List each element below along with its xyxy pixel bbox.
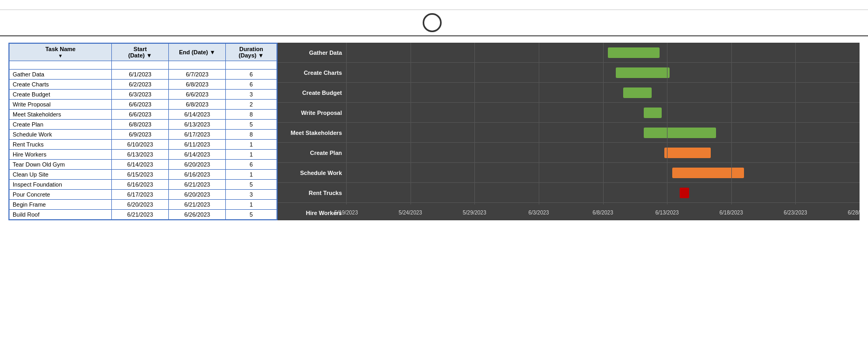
table-row: Meet Stakeholders 6/6/2023 6/14/2023 8 xyxy=(9,110,277,120)
duration-cell: 1 xyxy=(226,170,277,180)
gantt-row-label: Create Budget xyxy=(278,83,346,103)
date-tick-label: 5/29/2023 xyxy=(463,210,487,216)
table-section: Task Name▼ Start(Date) ▼ End (Date) ▼ Du… xyxy=(8,43,278,220)
gantt-row-label: Rent Trucks xyxy=(278,183,346,203)
gantt-bar xyxy=(608,47,659,58)
grid-line xyxy=(474,43,475,204)
end-cell: 6/11/2023 xyxy=(169,140,226,150)
end-cell: 6/8/2023 xyxy=(169,80,226,90)
task-name-cell: Create Charts xyxy=(9,80,112,90)
task-name-cell: Meet Stakeholders xyxy=(9,110,112,120)
table-row: Create Budget 6/3/2023 6/6/2023 3 xyxy=(9,90,277,100)
col-task[interactable]: Task Name▼ xyxy=(9,43,112,61)
end-cell: 6/21/2023 xyxy=(169,180,226,190)
gantt-labels: Gather DataCreate ChartsCreate BudgetWri… xyxy=(278,43,346,204)
duration-cell: 2 xyxy=(226,100,277,110)
gantt-bar xyxy=(680,188,689,198)
start-cell: 6/13/2023 xyxy=(112,150,169,160)
grid-line xyxy=(539,43,539,204)
end-cell: 6/8/2023 xyxy=(169,100,226,110)
end-cell: 6/14/2023 xyxy=(169,110,226,120)
duration-cell: 1 xyxy=(226,150,277,160)
end-cell: 6/14/2023 xyxy=(169,150,226,160)
col-end[interactable]: End (Date) ▼ xyxy=(169,43,226,61)
table-row: Write Proposal 6/6/2023 6/8/2023 2 xyxy=(9,100,277,110)
table-row: Schedule Work 6/9/2023 6/17/2023 8 xyxy=(9,130,277,140)
table-row: Inspect Foundation 6/16/2023 6/21/2023 5 xyxy=(9,180,277,190)
task-name-cell: Rent Trucks xyxy=(9,140,112,150)
end-cell: 6/13/2023 xyxy=(169,120,226,130)
col-start[interactable]: Start(Date) ▼ xyxy=(112,43,169,61)
task-name-cell: Hire Workers xyxy=(9,150,112,160)
end-cell: 6/26/2023 xyxy=(169,210,226,220)
duration-cell: 3 xyxy=(226,90,277,100)
table-row: Create Plan 6/8/2023 6/13/2023 5 xyxy=(9,120,277,130)
grid-line xyxy=(411,43,411,204)
grid-line xyxy=(603,43,604,204)
table-row: Rent Trucks 6/10/2023 6/11/2023 1 xyxy=(9,140,277,150)
gantt-bars-area xyxy=(346,43,860,204)
end-cell: 6/21/2023 xyxy=(169,200,226,210)
start-cell: 6/3/2023 xyxy=(112,90,169,100)
table-row: Tear Down Old Gym 6/14/2023 6/20/2023 6 xyxy=(9,160,277,170)
gantt-section: Gather DataCreate ChartsCreate BudgetWri… xyxy=(278,43,860,220)
date-tick-label: 6/8/2023 xyxy=(593,210,613,216)
task-name-cell: Begin Frame xyxy=(9,200,112,210)
start-cell: 6/2/2023 xyxy=(112,80,169,90)
task-name-cell: Inspect Foundation xyxy=(9,180,112,190)
table-row: Begin Frame 6/20/2023 6/21/2023 1 xyxy=(9,200,277,210)
date-tick-label: 5/24/2023 xyxy=(398,210,422,216)
gantt-table: Task Name▼ Start(Date) ▼ End (Date) ▼ Du… xyxy=(8,43,278,220)
gantt-bar xyxy=(672,168,744,178)
date-axis: 5/19/20235/24/20235/29/20236/3/20236/8/2… xyxy=(346,204,860,220)
date-tick-label: 6/13/2023 xyxy=(655,210,679,216)
gantt-bar xyxy=(644,128,716,138)
start-cell: 6/21/2023 xyxy=(112,210,169,220)
col-duration[interactable]: Duration(Days) ▼ xyxy=(226,43,277,61)
task-name-cell: Gather Data xyxy=(9,70,112,80)
duration-cell: 6 xyxy=(226,70,277,80)
date-tick-label: 6/28/2023 xyxy=(848,210,860,216)
task-name-cell: Pour Concrete xyxy=(9,190,112,200)
task-name-cell: Write Proposal xyxy=(9,100,112,110)
date-tick-label: 6/23/2023 xyxy=(784,210,807,216)
main-content: Task Name▼ Start(Date) ▼ End (Date) ▼ Du… xyxy=(0,36,868,227)
start-cell: 6/8/2023 xyxy=(112,120,169,130)
task-name-cell: Create Plan xyxy=(9,120,112,130)
start-cell: 6/17/2023 xyxy=(112,190,169,200)
duration-cell: 8 xyxy=(226,110,277,120)
gantt-bar xyxy=(644,108,662,118)
duration-cell: 5 xyxy=(226,210,277,220)
date-tick-label: 6/3/2023 xyxy=(528,210,549,216)
duration-cell: 6 xyxy=(226,160,277,170)
table-row: Pour Concrete 6/17/2023 6/20/2023 3 xyxy=(9,190,277,200)
table-row: Gather Data 6/1/2023 6/7/2023 6 xyxy=(9,70,277,80)
start-cell: 6/10/2023 xyxy=(112,140,169,150)
date-tick-label: 5/19/2023 xyxy=(335,210,358,216)
end-cell: 6/7/2023 xyxy=(169,70,226,80)
task-name-cell: Tear Down Old Gym xyxy=(9,160,112,170)
start-cell: 6/20/2023 xyxy=(112,200,169,210)
duration-cell: 3 xyxy=(226,190,277,200)
duration-cell: 5 xyxy=(226,180,277,190)
table-row: Clean Up Site 6/15/2023 6/16/2023 1 xyxy=(9,170,277,180)
task-name-cell: Schedule Work xyxy=(9,130,112,140)
gantt-row-label: Write Proposal xyxy=(278,103,346,123)
gantt-row-label: Create Charts xyxy=(278,63,346,83)
grid-line xyxy=(731,43,732,204)
start-cell: 6/14/2023 xyxy=(112,160,169,170)
duration-cell: 8 xyxy=(226,130,277,140)
start-cell: 6/1/2023 xyxy=(112,70,169,80)
gantt-inner: Gather DataCreate ChartsCreate BudgetWri… xyxy=(278,43,860,220)
top-bar xyxy=(0,10,868,36)
task-name-cell: Create Budget xyxy=(9,90,112,100)
header xyxy=(0,0,868,10)
date-tick-label: 6/18/2023 xyxy=(720,210,743,216)
gantt-bar xyxy=(623,87,652,98)
gantt-bar xyxy=(664,148,711,158)
end-cell: 6/6/2023 xyxy=(169,90,226,100)
duration-cell: 6 xyxy=(226,80,277,90)
end-cell: 6/17/2023 xyxy=(169,130,226,140)
logo xyxy=(423,13,446,32)
gantt-row-label: Schedule Work xyxy=(278,163,346,183)
